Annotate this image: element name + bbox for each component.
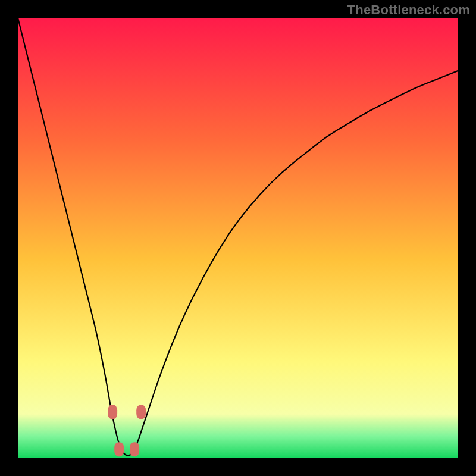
plot-area <box>18 18 458 458</box>
gradient-background <box>18 18 458 458</box>
range-marker <box>108 405 117 419</box>
bottleneck-chart <box>18 18 458 458</box>
range-marker <box>136 405 146 419</box>
watermark-text: TheBottleneck.com <box>347 2 470 18</box>
range-marker <box>114 442 124 456</box>
range-marker <box>130 442 139 456</box>
chart-stage: TheBottleneck.com <box>0 0 476 476</box>
